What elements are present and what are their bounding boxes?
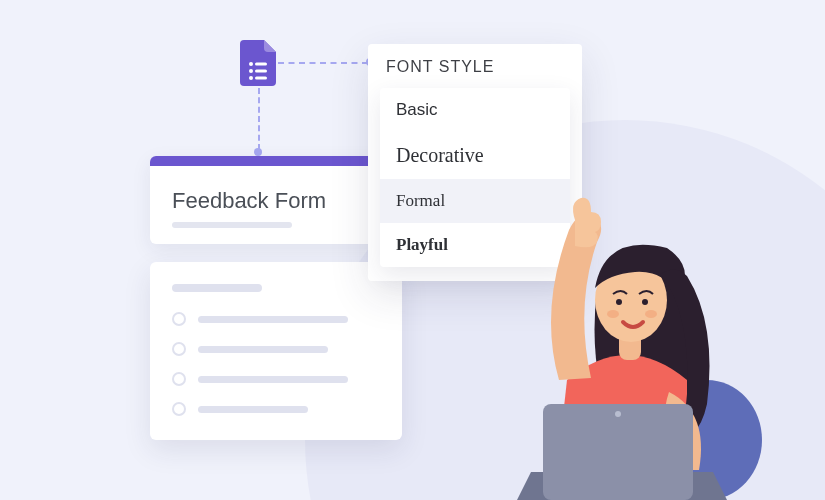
radio-option[interactable]: [172, 342, 380, 356]
font-option-decorative[interactable]: Decorative: [380, 132, 570, 179]
radio-icon: [172, 342, 186, 356]
title-placeholder-line: [172, 222, 292, 228]
form-accent-bar: [150, 156, 402, 166]
svg-point-12: [645, 310, 657, 318]
svg-rect-3: [255, 70, 267, 73]
connector-node: [254, 148, 262, 156]
person-with-laptop-illustration: [447, 180, 767, 500]
option-placeholder-line: [198, 346, 328, 353]
svg-point-9: [616, 299, 622, 305]
svg-point-0: [249, 62, 253, 66]
font-option-basic[interactable]: Basic: [380, 88, 570, 132]
radio-icon: [172, 402, 186, 416]
connector-line: [258, 88, 260, 150]
svg-point-14: [615, 411, 621, 417]
svg-point-2: [249, 69, 253, 73]
option-placeholder-line: [198, 316, 348, 323]
option-placeholder-line: [198, 376, 348, 383]
radio-icon: [172, 312, 186, 326]
radio-option[interactable]: [172, 312, 380, 326]
svg-point-4: [249, 76, 253, 80]
radio-option[interactable]: [172, 372, 380, 386]
radio-option[interactable]: [172, 402, 380, 416]
form-title: Feedback Form: [150, 166, 402, 222]
form-question-card: [150, 262, 402, 440]
radio-icon: [172, 372, 186, 386]
svg-point-10: [642, 299, 648, 305]
svg-point-11: [607, 310, 619, 318]
form-title-card: Feedback Form: [150, 156, 402, 244]
option-placeholder-line: [198, 406, 308, 413]
forms-document-icon: [240, 40, 276, 86]
svg-rect-1: [255, 63, 267, 66]
svg-rect-13: [543, 404, 693, 500]
svg-rect-5: [255, 77, 267, 80]
connector-line: [278, 62, 368, 64]
question-placeholder-line: [172, 284, 262, 292]
font-panel-heading: FONT STYLE: [368, 58, 582, 88]
